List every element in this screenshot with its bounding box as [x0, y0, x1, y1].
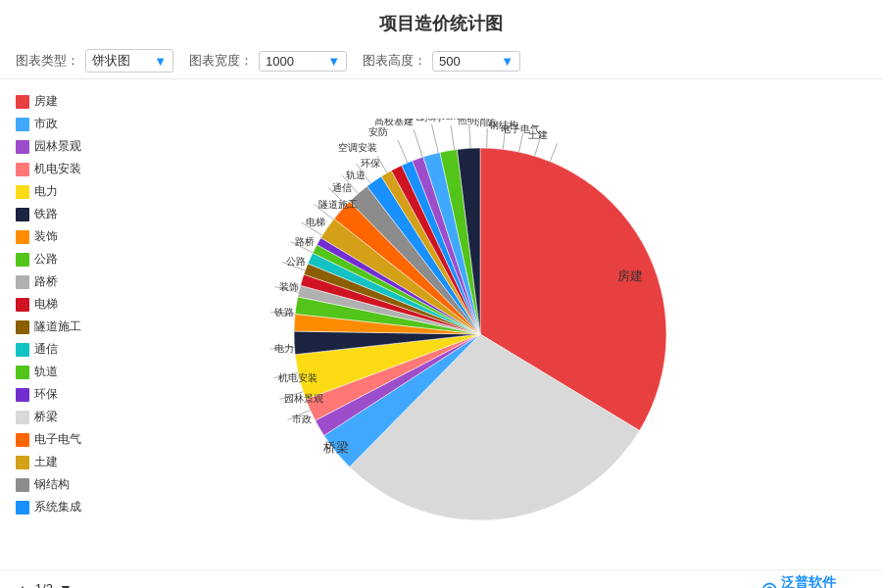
chart-height-item: 图表高度： 500 ▼ — [363, 51, 520, 72]
next-button[interactable]: ▼ — [59, 581, 73, 589]
chart-type-select[interactable]: 饼状图 ▼ — [85, 49, 173, 73]
legend-label: 房建 — [34, 93, 58, 110]
legend-item: 公路 — [16, 251, 114, 268]
pie-label: 土建 — [528, 129, 548, 140]
legend-color — [16, 95, 29, 109]
chart-width-label: 图表宽度： — [189, 52, 253, 70]
footer: ▲ 1/2 ▼ ◎ 泛普软件 www.fanpusoft.com — [0, 569, 882, 588]
chart-type-arrow: ▼ — [154, 54, 167, 69]
legend-item: 钢结构 — [16, 476, 114, 493]
legend-item: 市政 — [16, 116, 114, 132]
pie-label: 隧道施工 — [318, 199, 358, 210]
svg-line-18 — [469, 123, 470, 148]
watermark-icon: ◎ — [761, 578, 777, 589]
legend-label: 路桥 — [34, 273, 58, 290]
pie-label: 照明 — [458, 119, 477, 125]
legend-color — [16, 411, 29, 424]
legend-label: 钢结构 — [34, 476, 70, 493]
legend-item: 轨道 — [16, 364, 114, 380]
pie-label: 电梯 — [306, 217, 325, 227]
legend-item: 装饰 — [16, 228, 114, 245]
legend-item: 隧道施工 — [16, 318, 114, 335]
legend-item: 电梯 — [16, 296, 114, 313]
legend-item: 机电安装 — [16, 161, 114, 177]
legend-label: 机电安装 — [34, 161, 81, 177]
legend-color — [16, 208, 29, 221]
main-content: 房建市政园林景观机电安装电力铁路装饰公路路桥电梯隧道施工通信轨道环保桥梁电子电气… — [0, 79, 882, 569]
legend-label: 系统集成 — [34, 499, 81, 515]
chart-height-label: 图表高度： — [363, 52, 426, 70]
pie-label: 市政 — [292, 414, 312, 424]
pie-label: 安防 — [368, 126, 388, 137]
chart-width-select[interactable]: 1000 ▼ — [259, 51, 347, 72]
legend-item: 铁路 — [16, 206, 114, 222]
legend-item: 路桥 — [16, 273, 114, 290]
pie-label: 空调安装 — [338, 142, 377, 153]
pagination: ▲ 1/2 ▼ — [16, 581, 73, 589]
chart-height-select[interactable]: 500 ▼ — [432, 51, 520, 72]
legend-label: 园林景观 — [34, 138, 81, 155]
legend-color — [16, 163, 29, 176]
legend-color — [16, 388, 29, 402]
chart-type-item: 图表类型： 饼状图 ▼ — [16, 49, 173, 73]
pie-label: 装饰 — [279, 281, 299, 292]
legend-color — [16, 501, 29, 514]
svg-line-17 — [451, 125, 454, 150]
chart-height-arrow: ▼ — [501, 54, 514, 69]
legend-item: 房建 — [16, 93, 114, 110]
legend-color — [16, 298, 29, 312]
legend-label: 市政 — [34, 116, 58, 132]
legend-item: 桥梁 — [16, 409, 114, 425]
prev-button[interactable]: ▲ — [16, 581, 29, 589]
pie-label: 电力 — [274, 343, 294, 354]
legend-color — [16, 230, 29, 244]
pie-label: 机电安装 — [278, 372, 318, 383]
legend-color — [16, 320, 29, 334]
watermark: ◎ 泛普软件 www.fanpusoft.com — [761, 574, 866, 588]
pie-label: 园林景观 — [284, 393, 323, 404]
svg-line-23 — [550, 143, 557, 162]
legend-label: 通信 — [34, 341, 58, 358]
pie-label: 环保 — [361, 158, 380, 169]
legend-label: 桥梁 — [34, 409, 58, 425]
legend-label: 隧道施工 — [34, 318, 81, 335]
legend-label: 电子电气 — [34, 431, 81, 448]
svg-line-14 — [398, 140, 408, 163]
legend-label: 装饰 — [34, 228, 58, 245]
pie-label: 铁路 — [273, 307, 294, 318]
pie-label: 轨道 — [346, 170, 366, 180]
legend-item: 电力 — [16, 183, 114, 200]
legend: 房建市政园林景观机电安装电力铁路装饰公路路桥电梯隧道施工通信轨道环保桥梁电子电气… — [16, 89, 114, 569]
legend-color — [16, 118, 29, 131]
chart-type-label: 图表类型： — [16, 52, 79, 70]
chart-width-arrow: ▼ — [327, 54, 340, 69]
legend-label: 电梯 — [34, 296, 58, 313]
toolbar: 图表类型： 饼状图 ▼ 图表宽度： 1000 ▼ 图表高度： 500 ▼ — [0, 43, 882, 79]
legend-label: 电力 — [34, 183, 58, 200]
legend-color — [16, 185, 29, 199]
legend-color — [16, 456, 29, 469]
legend-item: 园林景观 — [16, 138, 114, 155]
pie-label: 公路 — [286, 256, 306, 267]
legend-color — [16, 478, 29, 492]
legend-color — [16, 343, 29, 357]
pie-label: 弱电 — [403, 119, 422, 122]
legend-label: 铁路 — [34, 206, 58, 222]
legend-label: 公路 — [34, 251, 58, 268]
legend-label: 环保 — [34, 386, 58, 403]
legend-item: 系统集成 — [16, 499, 114, 515]
page-info: 1/2 — [35, 581, 53, 588]
chart-width-item: 图表宽度： 1000 ▼ — [189, 51, 347, 72]
legend-item: 通信 — [16, 341, 114, 358]
legend-label: 轨道 — [34, 364, 58, 380]
legend-item: 环保 — [16, 386, 114, 403]
svg-line-21 — [519, 133, 523, 153]
legend-color — [16, 433, 29, 447]
pie-label-bridge: 桥梁 — [322, 440, 349, 455]
watermark-name: 泛普软件 — [781, 574, 866, 588]
legend-color — [16, 253, 29, 267]
legend-label: 土建 — [34, 454, 58, 470]
svg-line-19 — [487, 128, 488, 148]
legend-item: 电子电气 — [16, 431, 114, 448]
page-title: 项目造价统计图 — [0, 0, 882, 43]
